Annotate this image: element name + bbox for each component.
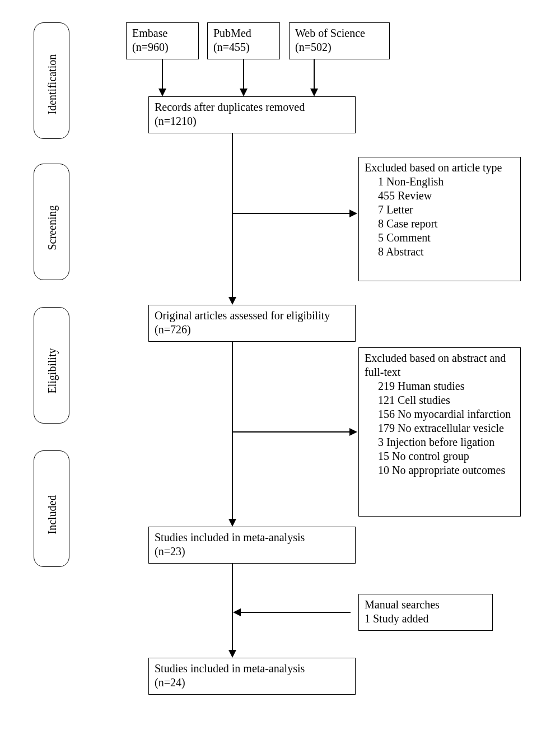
eligible-label: Original articles assessed for eligibili…: [155, 309, 330, 336]
arrow-down-icon: [228, 650, 236, 658]
connector: [241, 612, 351, 613]
source-pubmed-name: PubMed: [213, 27, 251, 39]
excluded-fulltext-title: Excluded based on abstract and full-text: [365, 352, 506, 378]
source-embase: Embase (n=960): [126, 22, 199, 59]
excluded-type-item: 455 Review: [365, 189, 515, 203]
stage-screening-label: Screening: [46, 194, 59, 250]
connector: [232, 342, 233, 520]
dedup-n: (n=1210): [155, 115, 197, 127]
dedup-label: Records after duplicates removed: [155, 101, 305, 113]
excluded-fulltext-item: 3 Injection before ligation: [365, 435, 515, 449]
excluded-type-item: 5 Comment: [365, 231, 515, 245]
included-24-box: Studies included in meta-analysis (n=24): [148, 658, 356, 695]
excluded-type-box: Excluded based on article type 1 Non-Eng…: [358, 157, 521, 281]
source-embase-name: Embase: [132, 27, 167, 39]
connector: [314, 59, 315, 90]
source-pubmed: PubMed (n=455): [207, 22, 280, 59]
source-wos: Web of Science (n=502): [289, 22, 390, 59]
dedup-box: Records after duplicates removed (n=1210…: [148, 96, 356, 133]
manual-searches-box: Manual searches 1 Study added: [358, 594, 493, 631]
eligible-box: Original articles assessed for eligibili…: [148, 305, 356, 342]
excluded-fulltext-item: 10 No appropriate outcomes: [365, 463, 515, 477]
source-wos-name: Web of Science: [295, 27, 365, 39]
stage-included-label: Included: [46, 484, 59, 534]
excluded-fulltext-item: 15 No control group: [365, 449, 515, 463]
connector: [232, 431, 351, 433]
included-24-label: Studies included in meta-analysis: [155, 662, 305, 675]
arrow-down-icon: [228, 297, 236, 305]
excluded-type-item: 8 Case report: [365, 217, 515, 231]
connector: [232, 213, 351, 214]
arrow-left-icon: [233, 608, 241, 616]
stage-included: Included: [34, 450, 69, 567]
excluded-type-item: 8 Abstract: [365, 245, 515, 259]
included-23-n: (n=23): [155, 545, 185, 557]
included-24-n: (n=24): [155, 676, 185, 689]
manual-searches-line1: Manual searches: [365, 598, 440, 611]
arrow-down-icon: [228, 519, 236, 527]
arrow-down-icon: [158, 89, 166, 96]
stage-identification: Identification: [34, 22, 69, 139]
stage-eligibility: Eligibility: [34, 307, 69, 424]
excluded-fulltext-item: 156 No myocardial infarction: [365, 407, 515, 421]
stage-identification-label: Identification: [46, 48, 59, 115]
manual-searches-line2: 1 Study added: [365, 612, 428, 625]
arrow-right-icon: [349, 210, 357, 217]
excluded-type-item: 1 Non-English: [365, 175, 515, 189]
included-23-label: Studies included in meta-analysis: [155, 531, 305, 543]
excluded-fulltext-box: Excluded based on abstract and full-text…: [358, 347, 521, 517]
excluded-fulltext-item: 121 Cell studies: [365, 393, 515, 407]
excluded-fulltext-item: 179 No extracellular vesicle: [365, 421, 515, 435]
connector: [232, 133, 233, 298]
stage-eligibility-label: Eligibility: [46, 338, 59, 394]
arrow-right-icon: [349, 428, 357, 436]
source-embase-n: (n=960): [132, 41, 169, 53]
connector: [232, 564, 233, 651]
connector: [162, 59, 163, 90]
arrow-down-icon: [310, 89, 318, 96]
included-23-box: Studies included in meta-analysis (n=23): [148, 527, 356, 564]
excluded-fulltext-item: 219 Human studies: [365, 379, 515, 393]
arrow-down-icon: [240, 89, 248, 96]
prisma-flow-diagram: Identification Screening Eligibility Inc…: [0, 0, 560, 730]
stage-screening: Screening: [34, 164, 69, 280]
source-wos-n: (n=502): [295, 41, 332, 53]
excluded-type-item: 7 Letter: [365, 203, 515, 217]
excluded-type-title: Excluded based on article type: [365, 161, 502, 174]
connector: [243, 59, 244, 90]
source-pubmed-n: (n=455): [213, 41, 250, 53]
